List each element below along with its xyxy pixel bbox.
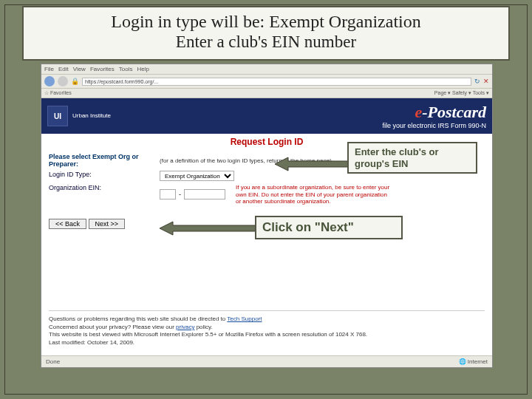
ein-label: Organization EIN: [49,184,160,205]
address-input[interactable]: https://epostcard.form990.org/... [82,78,471,86]
callout-click-next: Click on "Next" [255,216,403,239]
toolbar-right[interactable]: Page ▾ Safety ▾ Tools ▾ [434,90,489,96]
back-icon[interactable] [44,76,55,86]
favorites-icon[interactable]: ☆ Favorites [44,90,72,96]
footer-line3: This website is best viewed with Microso… [49,331,485,338]
urban-institute-logo: UI [47,106,68,126]
browser-status-bar: Done 🌐 Internet [41,355,492,367]
footer-line4: Last modified: October 14, 2009. [49,339,485,347]
menu-view[interactable]: View [73,66,86,72]
status-right: 🌐 Internet [459,358,488,365]
refresh-icon[interactable]: ↻ [474,78,480,85]
address-bar-row: 🔒 https://epostcard.form990.org/... ↻ ✕ [41,75,492,89]
tech-support-link[interactable]: Tech Support [227,316,262,322]
footer-line1a: Questions or problems regarding this web… [49,316,227,322]
site-banner: UI Urban Institute e-Postcard file your … [41,98,492,134]
menu-favorites[interactable]: Favorites [90,66,115,72]
menu-help[interactable]: Help [137,66,149,72]
login-type-select[interactable]: Exempt Organization [160,171,234,181]
arrow-to-next [160,220,257,236]
menu-tools[interactable]: Tools [119,66,133,72]
status-left: Done [46,358,60,365]
urban-institute-name: Urban Institute [72,113,111,119]
login-type-label: Login ID Type: [49,171,160,181]
internet-icon: 🌐 [459,358,468,365]
ein-warning: If you are a subordinate organization, b… [236,184,391,205]
svg-marker-0 [275,157,349,171]
ein-main-input[interactable] [184,189,225,200]
back-button[interactable]: << Back [49,219,86,229]
brand-subtitle: file your electronic IRS Form 990-N [382,122,486,129]
lock-icon: 🔒 [71,78,79,85]
brand-e: e [415,103,422,121]
menu-edit[interactable]: Edit [58,66,69,72]
privacy-link[interactable]: privacy [176,324,194,330]
slide-title-box: Login in type will be: Exempt Organizati… [22,6,510,61]
browser-toolbar: ☆ Favorites Page ▾ Safety ▾ Tools ▾ [41,89,492,98]
menu-file[interactable]: File [44,66,54,72]
callout-enter-ein: Enter the club's or group's EIN [347,142,477,174]
footer-line2a: Concerned about your privacy? Please vie… [49,324,176,330]
footer-line2b: policy. [194,324,212,330]
stop-icon[interactable]: ✕ [483,78,489,85]
slide-title-line1: Login in type will be: Exempt Organizati… [33,12,499,33]
browser-menu-bar: File Edit View Favorites Tools Help [41,64,492,75]
slide-title-line2: Enter a club's EIN number [33,33,499,52]
forward-icon[interactable] [58,76,68,86]
page-footer: Questions or problems regarding this web… [49,310,485,347]
epostcard-brand: e-Postcard [382,103,486,122]
prompt-label: Please select Exempt Org or Preparer: [49,153,160,168]
next-button[interactable]: Next >> [89,219,126,229]
arrow-to-ein [275,155,349,173]
brand-rest: -Postcard [422,103,486,121]
ein-prefix-input[interactable] [160,189,176,200]
svg-marker-1 [160,222,257,235]
